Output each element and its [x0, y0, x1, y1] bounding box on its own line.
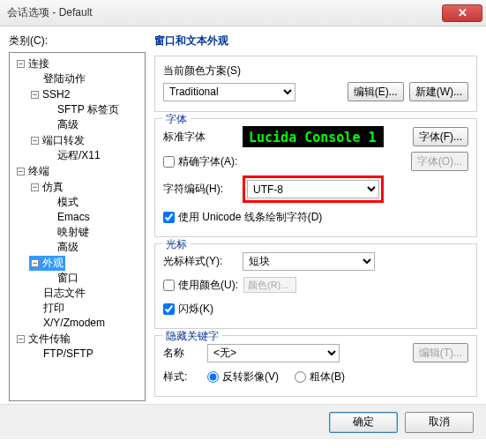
font-preview: Lucida Console 1 — [243, 126, 384, 147]
tree-terminal[interactable]: −终端 — [15, 164, 51, 179]
tree-window[interactable]: 窗口 — [56, 271, 80, 286]
cursor-style-label: 光标样式(Y): — [163, 254, 243, 269]
encoding-highlight: UTF-8 — [243, 175, 384, 203]
tree-map-keys[interactable]: 映射键 — [56, 225, 91, 240]
tree-log-file[interactable]: 日志文件 — [41, 286, 87, 301]
tree-connection[interactable]: −连接 — [15, 56, 51, 71]
new-scheme-button[interactable]: 新建(W)... — [409, 82, 468, 101]
tree-login-action[interactable]: 登陆动作 — [41, 71, 87, 86]
blink-check[interactable]: 闪烁(K) — [163, 302, 213, 317]
std-font-label: 标准字体 — [163, 130, 243, 145]
tree-advanced2[interactable]: 高级 — [56, 240, 80, 255]
precise-font-check[interactable]: 精确字体(A): — [163, 154, 237, 169]
tree-ftpsftp[interactable]: FTP/SFTP — [41, 347, 95, 362]
scheme-select[interactable]: Traditional — [163, 83, 295, 101]
font-group: 字体 标准字体 Lucida Console 1 字体(F)... 精确字体(A… — [154, 118, 477, 237]
cursor-color-button: 颜色(R)... — [243, 277, 296, 293]
tree-file-transfer[interactable]: −文件传输 — [15, 332, 72, 347]
hide-name-label: 名称 — [163, 346, 207, 361]
tree-port-forward[interactable]: −端口转发 — [29, 133, 86, 148]
category-tree[interactable]: −连接 登陆动作 −SSH2 SFTP 标签页 高级 −端口转发 远程/X11 … — [9, 52, 146, 401]
cursor-style-select[interactable]: 短块 — [243, 252, 375, 271]
tree-remote-x11[interactable]: 远程/X11 — [56, 148, 102, 163]
scheme-label: 当前颜色方案(S) — [163, 63, 468, 78]
page-title: 窗口和文本外观 — [154, 34, 477, 49]
cancel-button[interactable]: 取消 — [405, 412, 474, 433]
close-button[interactable]: ✕ — [442, 4, 482, 22]
hide-keyword-group: 隐藏关键字 名称 <无> 编辑(T)... 样式: 反转影像(V) 粗体(B) — [154, 335, 477, 397]
window-title: 会话选项 - Default — [7, 5, 442, 20]
cursor-group-title: 光标 — [162, 237, 191, 252]
tree-xyzmodem[interactable]: X/Y/Zmodem — [41, 316, 107, 331]
reverse-radio[interactable]: 反转影像(V) — [207, 370, 279, 385]
category-label: 类别(C): — [9, 34, 146, 49]
encoding-select[interactable]: UTF-8 — [247, 180, 379, 198]
font-o-button: 字体(O)... — [411, 152, 468, 171]
edit-scheme-button[interactable]: 编辑(E)... — [348, 82, 404, 101]
tree-emacs[interactable]: Emacs — [56, 210, 92, 225]
tree-mode[interactable]: 模式 — [56, 195, 80, 210]
unicode-lines-check[interactable]: 使用 Unicode 线条绘制字符(D) — [163, 210, 322, 225]
hide-edit-button: 编辑(T)... — [413, 343, 468, 362]
tree-advanced1[interactable]: 高级 — [56, 117, 80, 132]
ok-button[interactable]: 确定 — [329, 412, 398, 433]
tree-appearance[interactable]: −外观 — [29, 256, 65, 271]
font-button[interactable]: 字体(F)... — [413, 127, 468, 146]
font-group-title: 字体 — [162, 112, 191, 127]
tree-print[interactable]: 打印 — [41, 301, 66, 316]
cursor-group: 光标 光标样式(Y): 短块 使用颜色(U): 颜色(R)... 闪烁(K) — [154, 243, 477, 329]
encoding-label: 字符编码(H): — [163, 182, 243, 197]
tree-sftp-tab[interactable]: SFTP 标签页 — [56, 102, 121, 117]
hide-group-title: 隐藏关键字 — [162, 329, 222, 344]
tree-ssh2[interactable]: −SSH2 — [29, 87, 71, 102]
color-scheme-group: 当前颜色方案(S) Traditional 编辑(E)... 新建(W)... — [154, 56, 477, 112]
bold-radio[interactable]: 粗体(B) — [295, 370, 345, 385]
tree-emulation[interactable]: −仿真 — [29, 180, 65, 195]
hide-style-label: 样式: — [163, 370, 207, 385]
use-color-check[interactable]: 使用颜色(U): — [163, 278, 238, 293]
hide-name-select[interactable]: <无> — [207, 344, 340, 362]
